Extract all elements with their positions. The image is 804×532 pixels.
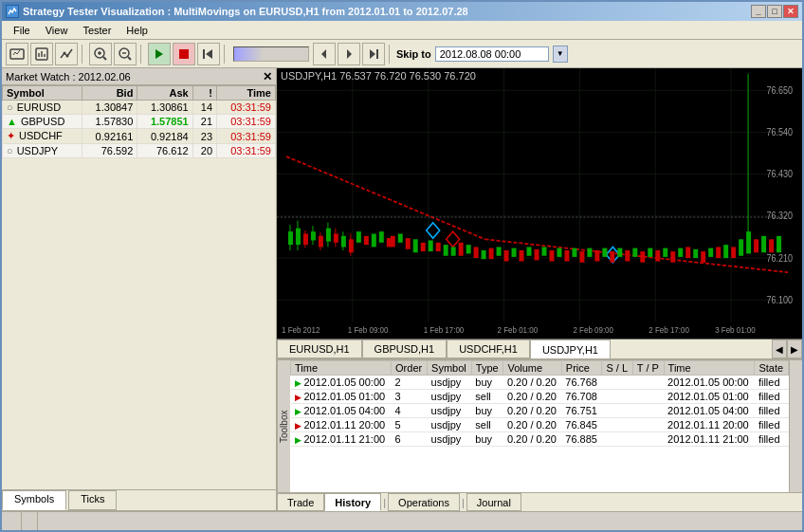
svg-rect-116 xyxy=(693,249,698,258)
svg-rect-92 xyxy=(520,250,524,262)
svg-rect-64 xyxy=(341,236,346,248)
zoom-in-button[interactable] xyxy=(89,43,112,65)
play-button[interactable] xyxy=(148,43,171,65)
trade-row[interactable]: ▶2012.01.05 04:00 4 usdjpy buy 0.20 / 0.… xyxy=(291,404,789,418)
mw-tab-ticks[interactable]: Ticks xyxy=(68,490,117,510)
trade-symbol: usdjpy xyxy=(428,418,472,432)
mw-symbol-usdchf: ✦USDCHF xyxy=(3,129,82,144)
bp-tab-trade[interactable]: Trade xyxy=(277,493,324,511)
status-seg-2 xyxy=(22,512,38,530)
trade-row[interactable]: ▶2012.01.05 01:00 3 usdjpy sell 0.20 / 0… xyxy=(291,390,789,404)
close-button[interactable]: ✕ xyxy=(783,5,798,18)
bp-tab-operations[interactable]: Operations xyxy=(388,493,460,511)
svg-marker-16 xyxy=(206,49,212,59)
trade-volume: 0.20 / 0.20 xyxy=(503,390,561,404)
svg-rect-123 xyxy=(746,231,751,253)
mw-bid-eurusd: 1.30847 xyxy=(82,101,137,115)
chart-tab-usdjpy[interactable]: USDJPY,H1 xyxy=(530,339,611,358)
trade-close-time: 2012.01.05 01:00 xyxy=(664,390,755,404)
trade-order: 5 xyxy=(392,418,428,432)
svg-rect-122 xyxy=(739,239,743,255)
status-bar xyxy=(2,511,802,530)
mw-bid-usdjpy: 76.592 xyxy=(82,144,137,158)
mw-row-usdjpy[interactable]: ○USDJPY 76.592 76.612 20 03:31:59 xyxy=(3,144,276,158)
th-close-time: Time xyxy=(664,361,755,376)
svg-text:1 Feb 17:00: 1 Feb 17:00 xyxy=(424,325,465,336)
stop-button[interactable] xyxy=(173,43,195,65)
svg-rect-79 xyxy=(421,243,426,251)
svg-rect-113 xyxy=(670,251,675,263)
menu-view[interactable]: View xyxy=(38,23,76,38)
trade-row[interactable]: ▶2012.01.11 21:00 6 usdjpy buy 0.20 / 0.… xyxy=(291,432,789,447)
vertical-scrollbar[interactable] xyxy=(789,360,802,492)
svg-rect-52 xyxy=(296,229,301,245)
last-frame-button[interactable] xyxy=(362,43,385,65)
svg-text:76.430: 76.430 xyxy=(767,169,794,180)
svg-rect-105 xyxy=(610,251,614,263)
toolbar-btn-3[interactable] xyxy=(55,43,78,65)
svg-rect-108 xyxy=(632,248,637,257)
toolbar-btn-2[interactable] xyxy=(30,43,53,65)
toolbar-btn-1[interactable] xyxy=(6,43,28,65)
skip-to-dropdown[interactable]: ▼ xyxy=(553,46,568,63)
trade-sl xyxy=(602,432,632,447)
toolbar: Skip to ▼ xyxy=(2,40,802,68)
svg-text:2 Feb 09:00: 2 Feb 09:00 xyxy=(573,325,613,336)
svg-rect-85 xyxy=(466,245,471,253)
trade-order: 2 xyxy=(392,376,428,390)
mw-tab-symbols[interactable]: Symbols xyxy=(2,490,66,510)
trade-price: 76.845 xyxy=(561,418,602,432)
menu-help[interactable]: Help xyxy=(119,23,155,38)
next-frame-button[interactable] xyxy=(338,43,360,65)
trade-row[interactable]: ▶2012.01.05 00:00 2 usdjpy buy 0.20 / 0.… xyxy=(291,376,789,390)
trade-volume: 0.20 / 0.20 xyxy=(503,376,561,390)
trade-tp xyxy=(632,390,664,404)
trade-row[interactable]: ▶2012.01.11 20:00 5 usdjpy sell 0.20 / 0… xyxy=(291,418,789,432)
skip-to-input[interactable] xyxy=(435,46,549,62)
trade-open-time: ▶2012.01.11 21:00 xyxy=(291,432,392,447)
rewind-button[interactable] xyxy=(197,43,220,65)
prev-frame-button[interactable] xyxy=(313,43,336,65)
trade-type: sell xyxy=(471,418,503,432)
title-bar-left: Strategy Tester Visualization : MultiMov… xyxy=(6,5,468,18)
trade-sl xyxy=(602,404,632,418)
bp-tab-history[interactable]: History xyxy=(324,493,381,511)
menu-file[interactable]: File xyxy=(6,23,38,38)
mw-time-eurusd: 03:31:59 xyxy=(217,101,276,115)
chart-header: USDJPY,H1 76.537 76.720 76.530 76.720 xyxy=(281,70,476,82)
svg-rect-118 xyxy=(708,248,713,257)
mw-row-gbpusd[interactable]: ▲GBPUSD 1.57830 1.57851 21 03:31:59 xyxy=(3,115,276,129)
trade-tp xyxy=(632,432,664,447)
maximize-button[interactable]: □ xyxy=(767,5,782,18)
svg-rect-109 xyxy=(640,251,645,263)
th-order: Order xyxy=(392,361,428,376)
trade-scroll-area[interactable]: Time Order Symbol Type Volume Price S / … xyxy=(290,360,789,492)
chart-prev-button[interactable]: ◀ xyxy=(772,339,787,358)
chart-tab-usdchf[interactable]: USDCHF,H1 xyxy=(447,339,530,358)
svg-rect-83 xyxy=(451,247,456,255)
th-time: Time xyxy=(291,361,392,376)
zoom-out-button[interactable] xyxy=(114,43,137,65)
mw-symbol-usdjpy: ○USDJPY xyxy=(3,144,82,158)
toolbar-sep-4 xyxy=(389,45,393,64)
market-watch-close[interactable]: ✕ xyxy=(263,70,272,83)
mw-time-gbpusd: 03:31:59 xyxy=(217,115,276,129)
chart-tab-eurusd[interactable]: EURUSD,H1 xyxy=(277,339,362,358)
chart-area[interactable]: USDJPY,H1 76.537 76.720 76.530 76.720 xyxy=(277,68,802,339)
svg-marker-18 xyxy=(321,49,326,59)
mw-row-eurusd[interactable]: ○EURUSD 1.30847 1.30861 14 03:31:59 xyxy=(3,101,276,115)
mw-count-gbpusd: 21 xyxy=(192,115,216,129)
trade-symbol: usdjpy xyxy=(428,404,472,418)
bp-tab-journal[interactable]: Journal xyxy=(466,493,521,511)
th-tp: T / P xyxy=(632,361,664,376)
chart-tab-gbpusd[interactable]: GBPUSD,H1 xyxy=(362,339,448,358)
menu-tester[interactable]: Tester xyxy=(75,23,119,38)
title-controls: _ □ ✕ xyxy=(751,5,798,18)
chart-next-button[interactable]: ▶ xyxy=(787,339,802,358)
trade-sl xyxy=(602,390,632,404)
trade-state: filled xyxy=(755,390,789,404)
toolbox-label[interactable]: Toolbox xyxy=(277,360,290,492)
svg-rect-70 xyxy=(372,233,376,247)
mw-row-usdchf[interactable]: ✦USDCHF 0.92161 0.92184 23 03:31:59 xyxy=(3,129,276,144)
minimize-button[interactable]: _ xyxy=(751,5,766,18)
